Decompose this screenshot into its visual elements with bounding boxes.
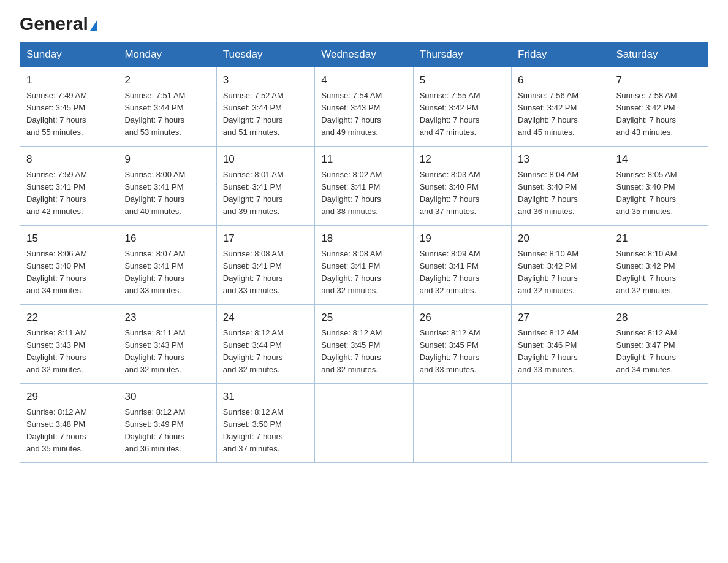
day-info: Sunrise: 8:01 AMSunset: 3:41 PMDaylight:… [223,169,308,218]
day-info: Sunrise: 8:06 AMSunset: 3:40 PMDaylight:… [26,248,112,297]
day-cell: 29Sunrise: 8:12 AMSunset: 3:48 PMDayligh… [20,384,118,463]
day-info: Sunrise: 8:12 AMSunset: 3:46 PMDaylight:… [518,327,603,377]
day-info: Sunrise: 7:49 AMSunset: 3:45 PMDaylight:… [26,90,112,139]
day-number: 19 [420,231,505,247]
header-cell-tuesday: Tuesday [216,42,314,67]
day-info: Sunrise: 8:12 AMSunset: 3:45 PMDaylight:… [420,327,505,377]
day-number: 3 [223,72,308,88]
day-number: 15 [26,231,112,247]
day-number: 30 [124,389,210,405]
day-cell: 17Sunrise: 8:08 AMSunset: 3:41 PMDayligh… [216,226,314,305]
day-cell: 16Sunrise: 8:07 AMSunset: 3:41 PMDayligh… [118,226,216,305]
day-cell: 22Sunrise: 8:11 AMSunset: 3:43 PMDayligh… [20,305,118,384]
day-number: 27 [518,310,603,326]
day-number: 11 [321,151,406,167]
day-cell: 1Sunrise: 7:49 AMSunset: 3:45 PMDaylight… [20,67,118,147]
day-info: Sunrise: 8:08 AMSunset: 3:41 PMDaylight:… [321,248,406,297]
day-cell [413,384,511,463]
day-cell: 21Sunrise: 8:10 AMSunset: 3:42 PMDayligh… [610,226,708,305]
day-cell: 2Sunrise: 7:51 AMSunset: 3:44 PMDaylight… [118,67,216,147]
day-info: Sunrise: 7:58 AMSunset: 3:42 PMDaylight:… [616,90,702,139]
logo-general-text: General [20,15,88,33]
day-cell: 10Sunrise: 8:01 AMSunset: 3:41 PMDayligh… [216,147,314,226]
day-number: 29 [26,389,112,405]
header-cell-friday: Friday [512,42,610,67]
calendar-header: SundayMondayTuesdayWednesdayThursdayFrid… [20,42,708,67]
day-number: 7 [616,72,702,88]
header-cell-sunday: Sunday [20,42,118,67]
logo-triangle-icon [90,20,97,31]
day-number: 26 [420,310,505,326]
header-cell-wednesday: Wednesday [315,42,413,67]
header-cell-saturday: Saturday [610,42,708,67]
day-cell [512,384,610,463]
day-number: 23 [124,310,210,326]
day-info: Sunrise: 8:11 AMSunset: 3:43 PMDaylight:… [26,327,112,377]
day-cell: 18Sunrise: 8:08 AMSunset: 3:41 PMDayligh… [315,226,413,305]
week-row-5: 29Sunrise: 8:12 AMSunset: 3:48 PMDayligh… [20,384,708,463]
day-cell [315,384,413,463]
day-cell: 31Sunrise: 8:12 AMSunset: 3:50 PMDayligh… [216,384,314,463]
week-row-2: 8Sunrise: 7:59 AMSunset: 3:41 PMDaylight… [20,147,708,226]
day-info: Sunrise: 8:12 AMSunset: 3:44 PMDaylight:… [223,327,308,377]
day-number: 9 [124,151,210,167]
day-info: Sunrise: 8:11 AMSunset: 3:43 PMDaylight:… [124,327,210,377]
day-number: 20 [518,231,603,247]
day-info: Sunrise: 8:09 AMSunset: 3:41 PMDaylight:… [420,248,505,297]
day-cell: 5Sunrise: 7:55 AMSunset: 3:42 PMDaylight… [413,67,511,147]
day-number: 5 [420,72,505,88]
day-cell: 9Sunrise: 8:00 AMSunset: 3:41 PMDaylight… [118,147,216,226]
day-info: Sunrise: 8:04 AMSunset: 3:40 PMDaylight:… [518,169,603,218]
day-cell: 13Sunrise: 8:04 AMSunset: 3:40 PMDayligh… [512,147,610,226]
day-info: Sunrise: 8:03 AMSunset: 3:40 PMDaylight:… [420,169,505,218]
day-cell: 20Sunrise: 8:10 AMSunset: 3:42 PMDayligh… [512,226,610,305]
day-info: Sunrise: 7:52 AMSunset: 3:44 PMDaylight:… [223,90,308,139]
day-info: Sunrise: 8:12 AMSunset: 3:49 PMDaylight:… [124,406,210,456]
day-cell: 4Sunrise: 7:54 AMSunset: 3:43 PMDaylight… [315,67,413,147]
week-row-3: 15Sunrise: 8:06 AMSunset: 3:40 PMDayligh… [20,226,708,305]
day-number: 14 [616,151,702,167]
page: General SundayMondayTuesdayWednesdayThur… [0,0,728,483]
day-number: 1 [26,72,112,88]
day-cell: 30Sunrise: 8:12 AMSunset: 3:49 PMDayligh… [118,384,216,463]
week-row-4: 22Sunrise: 8:11 AMSunset: 3:43 PMDayligh… [20,305,708,384]
day-cell: 23Sunrise: 8:11 AMSunset: 3:43 PMDayligh… [118,305,216,384]
day-number: 18 [321,231,406,247]
day-cell: 19Sunrise: 8:09 AMSunset: 3:41 PMDayligh… [413,226,511,305]
day-number: 28 [616,310,702,326]
day-info: Sunrise: 7:56 AMSunset: 3:42 PMDaylight:… [518,90,603,139]
calendar-table: SundayMondayTuesdayWednesdayThursdayFrid… [20,42,708,463]
day-info: Sunrise: 8:08 AMSunset: 3:41 PMDaylight:… [223,248,308,297]
day-number: 6 [518,72,603,88]
day-number: 13 [518,151,603,167]
day-info: Sunrise: 8:10 AMSunset: 3:42 PMDaylight:… [616,248,702,297]
week-row-1: 1Sunrise: 7:49 AMSunset: 3:45 PMDaylight… [20,67,708,147]
day-number: 12 [420,151,505,167]
day-number: 2 [124,72,210,88]
logo: General [20,15,97,33]
day-cell: 12Sunrise: 8:03 AMSunset: 3:40 PMDayligh… [413,147,511,226]
day-info: Sunrise: 7:55 AMSunset: 3:42 PMDaylight:… [420,90,505,139]
day-info: Sunrise: 8:12 AMSunset: 3:45 PMDaylight:… [321,327,406,377]
day-info: Sunrise: 8:12 AMSunset: 3:48 PMDaylight:… [26,406,112,456]
day-cell: 28Sunrise: 8:12 AMSunset: 3:47 PMDayligh… [610,305,708,384]
day-info: Sunrise: 8:12 AMSunset: 3:50 PMDaylight:… [223,406,308,456]
day-info: Sunrise: 8:05 AMSunset: 3:40 PMDaylight:… [616,169,702,218]
day-number: 4 [321,72,406,88]
day-cell: 15Sunrise: 8:06 AMSunset: 3:40 PMDayligh… [20,226,118,305]
header: General [20,15,708,31]
day-info: Sunrise: 8:10 AMSunset: 3:42 PMDaylight:… [518,248,603,297]
day-cell: 6Sunrise: 7:56 AMSunset: 3:42 PMDaylight… [512,67,610,147]
day-info: Sunrise: 8:02 AMSunset: 3:41 PMDaylight:… [321,169,406,218]
day-cell: 11Sunrise: 8:02 AMSunset: 3:41 PMDayligh… [315,147,413,226]
day-cell: 24Sunrise: 8:12 AMSunset: 3:44 PMDayligh… [216,305,314,384]
day-number: 25 [321,310,406,326]
day-cell [610,384,708,463]
day-info: Sunrise: 7:51 AMSunset: 3:44 PMDaylight:… [124,90,210,139]
day-number: 31 [223,389,308,405]
logo-area: General [20,15,97,31]
day-number: 16 [124,231,210,247]
day-info: Sunrise: 8:12 AMSunset: 3:47 PMDaylight:… [616,327,702,377]
day-info: Sunrise: 8:07 AMSunset: 3:41 PMDaylight:… [124,248,210,297]
day-info: Sunrise: 7:54 AMSunset: 3:43 PMDaylight:… [321,90,406,139]
